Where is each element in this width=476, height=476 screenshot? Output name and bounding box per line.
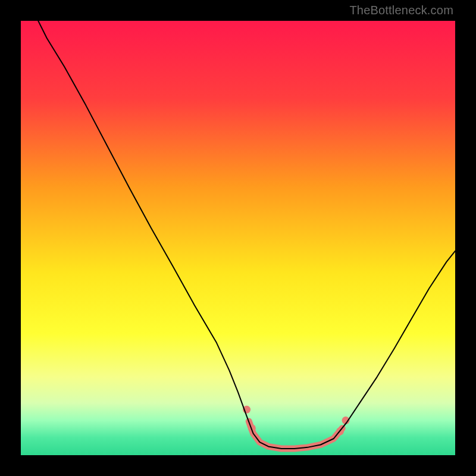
highlight-dots (243, 406, 349, 435)
bottleneck-curve (38, 21, 455, 449)
plot-area (21, 21, 455, 455)
highlight-band (249, 421, 342, 449)
curve-layer (21, 21, 455, 455)
chart-frame: TheBottleneck.com (0, 0, 476, 476)
watermark-text: TheBottleneck.com (349, 4, 453, 17)
